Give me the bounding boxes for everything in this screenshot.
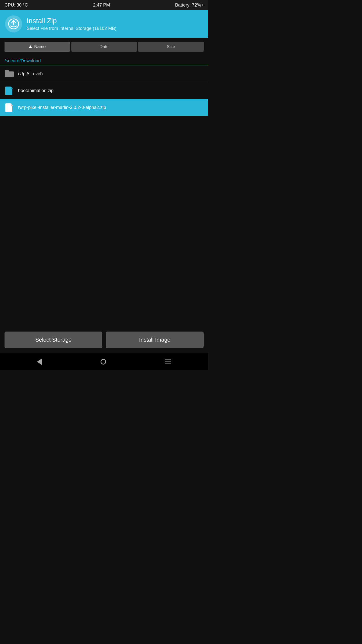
menu-line-3 — [165, 364, 171, 364]
header-text-block: Install Zip Select File from Internal St… — [27, 17, 116, 31]
file-name-up: (Up A Level) — [18, 71, 43, 76]
sort-date-button[interactable]: Date — [71, 42, 137, 52]
path-text: /sdcard/Download — [5, 58, 41, 63]
header-title: Install Zip — [27, 17, 116, 25]
file-name-bootanimation: bootanimation.zip — [18, 88, 54, 93]
zip-icon-bootanimation — [5, 86, 14, 95]
current-path: /sdcard/Download — [0, 56, 208, 65]
nav-menu-button[interactable] — [162, 357, 174, 367]
zip-icon-twrp — [5, 103, 14, 112]
file-list: (Up A Level) bootanimation.zip twrp-pixe… — [0, 65, 208, 196]
header-subtitle: Select File from Internal Storage (16102… — [27, 26, 116, 31]
menu-line-1 — [165, 359, 171, 360]
back-icon — [37, 358, 42, 365]
file-item-up[interactable]: (Up A Level) — [0, 65, 208, 82]
folder-icon — [5, 69, 14, 78]
main-content: Install Zip Select File from Internal St… — [0, 10, 208, 370]
sort-bar: Name Date Size — [0, 38, 208, 56]
sort-size-button[interactable]: Size — [138, 42, 204, 52]
bottom-buttons: Select Storage Install Image — [0, 328, 208, 353]
sort-size-label: Size — [167, 44, 175, 49]
sort-arrow-icon — [29, 45, 32, 48]
nav-bar — [0, 353, 208, 370]
menu-icon — [165, 359, 171, 364]
sort-date-label: Date — [100, 44, 109, 49]
file-item-bootanimation[interactable]: bootanimation.zip — [0, 82, 208, 99]
nav-back-button[interactable] — [34, 356, 44, 368]
sort-name-label: Name — [34, 44, 46, 49]
install-image-button[interactable]: Install Image — [106, 332, 204, 348]
status-bar: CPU: 30 °C 2:47 PM Battery: 72%+ — [0, 0, 208, 10]
battery-status: Battery: 72%+ — [175, 3, 204, 8]
file-item-twrp[interactable]: twrp-pixel-installer-marlin-3.0.2-0-alph… — [0, 99, 208, 116]
menu-line-2 — [165, 361, 171, 362]
sort-name-button[interactable]: Name — [5, 42, 70, 52]
home-icon — [101, 359, 106, 365]
time-status: 2:47 PM — [93, 3, 110, 8]
cpu-status: CPU: 30 °C — [5, 3, 28, 8]
file-name-twrp: twrp-pixel-installer-marlin-3.0.2-0-alph… — [18, 105, 106, 110]
app-icon — [5, 15, 22, 32]
empty-space — [0, 196, 208, 328]
nav-home-button[interactable] — [98, 356, 109, 367]
select-storage-button[interactable]: Select Storage — [5, 332, 102, 348]
app-header: Install Zip Select File from Internal St… — [0, 10, 208, 38]
